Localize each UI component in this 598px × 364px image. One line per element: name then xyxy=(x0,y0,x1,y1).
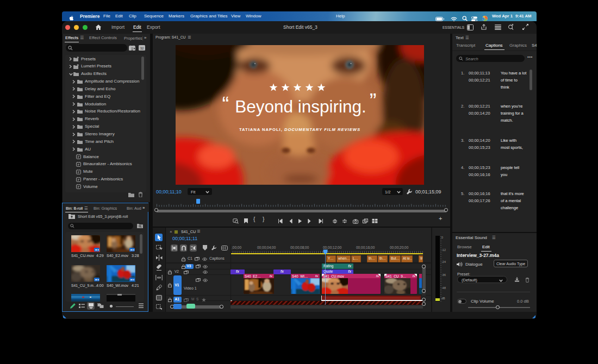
svg-text:32: 32 xyxy=(140,47,144,50)
